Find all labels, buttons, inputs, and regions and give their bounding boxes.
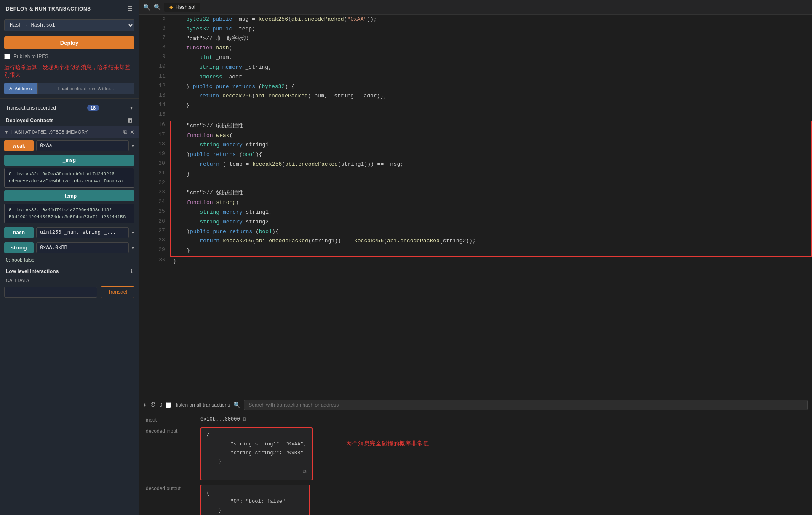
- listen-label: listen on all transactions: [176, 402, 230, 408]
- code-content: [171, 179, 812, 189]
- weak-chevron-icon[interactable]: ▾: [131, 143, 134, 149]
- code-content: bytes32 public _temp;: [171, 24, 812, 34]
- clock-icon[interactable]: ⏱: [150, 402, 156, 408]
- contract-chevron-icon[interactable]: ▼: [4, 129, 9, 134]
- code-content: "cmt">// 弱抗碰撞性: [171, 121, 812, 131]
- code-content: string memory _string,: [171, 63, 812, 72]
- transactions-badge: 18: [87, 105, 99, 111]
- file-dropdown-row: Hash - Hash.sol: [0, 16, 139, 35]
- low-level-label: Low level interactions: [6, 268, 59, 274]
- code-content: function strong(: [171, 198, 812, 208]
- code-content: }: [171, 101, 812, 111]
- decoded-input-copy-icon[interactable]: ⧉: [303, 468, 307, 476]
- file-icon: ◆: [169, 4, 173, 10]
- code-line-row: 20 return (_temp = keccak256(abi.encodeP…: [139, 160, 812, 169]
- file-tab-name: Hash.sol: [176, 4, 195, 10]
- weak-button[interactable]: weak: [4, 140, 34, 151]
- hash-button[interactable]: hash: [4, 227, 34, 238]
- transactions-chevron-icon[interactable]: ▾: [130, 105, 133, 111]
- weak-function-row: weak ▾: [0, 138, 139, 153]
- annotation-text: 运行哈希运算，发现两个相似的消息，哈希结果却差别很大: [0, 62, 139, 81]
- zoom-out-icon[interactable]: 🔍: [154, 4, 161, 11]
- contract-close-icon[interactable]: ✕: [130, 129, 134, 135]
- line-number: 20: [139, 160, 171, 169]
- code-line-row: 25 string memory string1,: [139, 208, 812, 217]
- load-contract-button[interactable]: Load contract from Addre...: [37, 83, 134, 94]
- code-line-row: 5 bytes32 public _msg = keccak256(abi.en…: [139, 15, 812, 24]
- line-number: 13: [139, 91, 171, 101]
- code-line-row: 30}: [139, 256, 812, 266]
- decoded-input-row: decoded input { "string string1": "0xAA"…: [146, 427, 805, 480]
- msg-result: 0: bytes32: 0x0ea38ccdedb9dfef7d249246 d…: [4, 168, 134, 188]
- strong-result: 0: bool: false: [0, 255, 139, 265]
- code-line-row: 7 "cmt">// 唯一数字标识: [139, 34, 812, 44]
- line-number: 7: [139, 34, 171, 44]
- info-icon[interactable]: ℹ: [131, 268, 133, 274]
- code-line-row: 22: [139, 179, 812, 189]
- code-line-row: 8 function hash(: [139, 43, 812, 53]
- code-line-row: 28 return keccak256(abi.encodePacked(str…: [139, 236, 812, 246]
- temp-button[interactable]: _temp: [4, 190, 134, 201]
- deployed-contracts-label: Deployed Contracts: [6, 118, 53, 123]
- right-panel: 🔍 🔍 ◆ Hash.sol 5 bytes32 public _msg = k…: [139, 0, 812, 515]
- code-content: return keccak256(abi.encodePacked(_num, …: [171, 91, 812, 101]
- weak-input[interactable]: [36, 140, 129, 151]
- collapse-icon[interactable]: ⬇: [143, 402, 147, 409]
- code-line-row: 26 string memory string2: [139, 217, 812, 227]
- publish-checkbox[interactable]: [4, 54, 10, 59]
- deploy-button[interactable]: Deploy: [4, 36, 134, 49]
- zoom-in-icon[interactable]: 🔍: [143, 4, 150, 11]
- listen-checkbox[interactable]: [166, 402, 171, 408]
- panel-title: DEPLOY & RUN TRANSACTIONS: [6, 6, 91, 12]
- input-label: input: [146, 416, 192, 423]
- line-number: 30: [139, 256, 171, 266]
- hash-input[interactable]: [36, 227, 129, 238]
- hash-chevron-icon[interactable]: ▾: [131, 230, 134, 236]
- transactions-row: Transactions recorded 18 ▾: [0, 101, 139, 115]
- msg-button[interactable]: _msg: [4, 155, 134, 166]
- strong-function-row: strong ▾: [0, 240, 139, 255]
- trash-icon[interactable]: 🗑: [127, 117, 133, 123]
- code-line-row: 6 bytes32 public _temp;: [139, 24, 812, 34]
- code-line-row: 11 address _addr: [139, 72, 812, 82]
- code-line-row: 16 "cmt">// 弱抗碰撞性: [139, 121, 812, 131]
- count-badge: 0: [159, 402, 162, 408]
- code-line-row: 19 )public returns (bool){: [139, 150, 812, 160]
- code-content: "cmt">// 唯一数字标识: [171, 34, 812, 44]
- code-line-row: 15: [139, 111, 812, 121]
- calldata-input[interactable]: [4, 287, 97, 298]
- file-dropdown[interactable]: Hash - Hash.sol: [4, 19, 134, 31]
- panel-menu-icon[interactable]: ☰: [127, 5, 133, 12]
- transact-button[interactable]: Transact: [101, 286, 134, 298]
- copy-icon[interactable]: ⧉: [123, 129, 127, 135]
- input-row: input 0x10b...00000 ⧉: [146, 416, 805, 423]
- code-content: ) public pure returns (bytes32) {: [171, 82, 812, 92]
- at-address-button[interactable]: At Address: [4, 83, 37, 94]
- input-copy-icon[interactable]: ⧉: [243, 416, 246, 422]
- code-content: return (_temp = keccak256(abi.encodePack…: [171, 160, 812, 169]
- line-number: 14: [139, 101, 171, 111]
- code-content: uint _num,: [171, 53, 812, 63]
- line-number: 9: [139, 53, 171, 63]
- decoded-output-json: { "0": "bool: false" }: [206, 489, 304, 515]
- left-panel: DEPLOY & RUN TRANSACTIONS ☰ Hash - Hash.…: [0, 0, 139, 515]
- code-content: function hash(: [171, 43, 812, 53]
- code-line-row: 9 uint _num,: [139, 53, 812, 63]
- transactions-label: Transactions recorded: [6, 105, 56, 111]
- publish-row: Publish to IPFS: [0, 51, 139, 62]
- code-editor[interactable]: 5 bytes32 public _msg = keccak256(abi.en…: [139, 15, 812, 397]
- line-number: 22: [139, 179, 171, 189]
- strong-chevron-icon[interactable]: ▾: [131, 245, 134, 251]
- deployed-contracts-header: Deployed Contracts 🗑: [0, 115, 139, 126]
- strong-button[interactable]: strong: [4, 242, 34, 253]
- line-number: 16: [139, 121, 171, 131]
- line-number: 21: [139, 169, 171, 179]
- strong-input[interactable]: [36, 242, 129, 253]
- code-content: function weak(: [171, 131, 812, 141]
- editor-toolbar: 🔍 🔍 ◆ Hash.sol: [139, 0, 812, 15]
- code-content: }: [171, 246, 812, 256]
- search-icon[interactable]: 🔍: [233, 402, 240, 409]
- line-number: 18: [139, 140, 171, 150]
- file-tab[interactable]: ◆ Hash.sol: [164, 3, 200, 12]
- transaction-search[interactable]: [244, 400, 808, 410]
